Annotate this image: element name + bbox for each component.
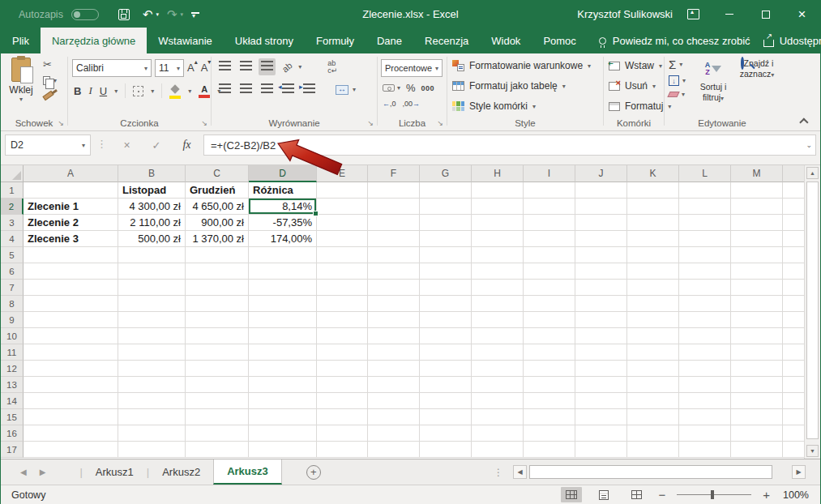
cell-G8[interactable] [420, 296, 472, 312]
zoom-level[interactable]: 100% [781, 489, 809, 501]
cell-K6[interactable] [627, 263, 679, 280]
cell-C7[interactable] [186, 280, 249, 296]
cell-M6[interactable] [731, 263, 783, 280]
cell-F11[interactable] [368, 344, 420, 361]
cell-C13[interactable] [186, 377, 249, 393]
select-all-corner[interactable] [1, 165, 24, 182]
ribbon-tab-wstawianie[interactable]: Wstawianie [147, 28, 223, 53]
vertical-scrollbar[interactable]: ▲ ▼ [804, 165, 820, 459]
number-format-combo[interactable]: Procentowe▾ [381, 59, 443, 77]
cell-B15[interactable] [118, 409, 186, 425]
cell-H15[interactable] [472, 409, 524, 425]
cell-I16[interactable] [524, 425, 575, 442]
cell-partial14[interactable] [783, 393, 806, 409]
align-middle-icon[interactable] [237, 58, 254, 75]
cell-G11[interactable] [420, 344, 472, 361]
cell-M8[interactable] [731, 296, 783, 312]
orientation-icon[interactable]: ab [280, 58, 294, 75]
cell-B11[interactable] [118, 344, 186, 361]
cell-M14[interactable] [731, 393, 783, 409]
share-button[interactable]: Udostępnij [750, 28, 821, 53]
cell-H1[interactable] [472, 182, 524, 199]
orientation-dropdown-icon[interactable]: ▾ [298, 63, 301, 70]
cell-A5[interactable] [24, 247, 118, 263]
accounting-format-icon[interactable] [383, 84, 395, 92]
column-header-I[interactable]: I [524, 165, 575, 182]
cell-B3[interactable]: 2 110,00 zł [118, 215, 186, 231]
wrap-text-icon[interactable]: abc↵ [327, 60, 337, 75]
undo-dropdown-icon[interactable]: ▾ [156, 11, 159, 18]
cell-G7[interactable] [420, 280, 472, 296]
cell-H2[interactable] [472, 199, 524, 215]
fill-dropdown-icon[interactable]: ▾ [682, 77, 686, 84]
cell-M11[interactable] [731, 344, 783, 361]
cell-C3[interactable]: 900,00 zł [186, 215, 249, 231]
row-header-7[interactable]: 7 [1, 280, 24, 296]
cell-F16[interactable] [368, 425, 420, 442]
cell-F13[interactable] [368, 377, 420, 393]
cell-H4[interactable] [472, 231, 524, 247]
cell-F6[interactable] [368, 263, 420, 280]
cell-D11[interactable] [249, 344, 317, 361]
cell-F14[interactable] [368, 393, 420, 409]
cell-K9[interactable] [627, 312, 679, 328]
autosum-dropdown-icon[interactable]: ▾ [679, 61, 682, 68]
zoom-in-icon[interactable]: + [763, 488, 770, 502]
font-dialog-launcher-icon[interactable]: ↘ [201, 119, 207, 127]
merge-center-dropdown-icon[interactable]: ▾ [353, 86, 356, 93]
column-header-E[interactable]: E [317, 165, 368, 182]
cell-L1[interactable] [679, 182, 731, 199]
cell-J9[interactable] [575, 312, 627, 328]
borders-dropdown-icon[interactable]: ▾ [151, 88, 154, 95]
cell-K4[interactable] [627, 231, 679, 247]
cell-L12[interactable] [679, 361, 731, 377]
row-header-4[interactable]: 4 [1, 231, 24, 247]
cell-C5[interactable] [186, 247, 249, 263]
cell-I11[interactable] [524, 344, 575, 361]
cell-H8[interactable] [472, 296, 524, 312]
fill-icon[interactable]: ↓ [669, 75, 679, 86]
cell-H16[interactable] [472, 425, 524, 442]
cell-I1[interactable] [524, 182, 575, 199]
cell-partial7[interactable] [783, 280, 806, 296]
row-header-3[interactable]: 3 [1, 215, 24, 231]
ribbon-tab-widok[interactable]: Widok [480, 28, 532, 53]
cell-F10[interactable] [368, 328, 420, 344]
cell-M10[interactable] [731, 328, 783, 344]
align-bottom-icon[interactable] [259, 58, 276, 75]
cell-C2[interactable]: 4 650,00 zł [186, 199, 249, 215]
cell-B1[interactable]: Listopad [118, 182, 186, 199]
row-header-12[interactable]: 12 [1, 361, 24, 377]
cell-E5[interactable] [317, 247, 368, 263]
sheet-tab-arkusz1[interactable]: Arkusz1 [83, 459, 147, 485]
cell-D12[interactable] [249, 361, 317, 377]
align-center-icon[interactable] [237, 81, 254, 98]
cell-H13[interactable] [472, 377, 524, 393]
hscroll-left-icon[interactable]: ◀ [513, 465, 527, 479]
row-header-2[interactable]: 2 [1, 199, 24, 215]
row-header-11[interactable]: 11 [1, 344, 24, 361]
cell-D14[interactable] [249, 393, 317, 409]
cell-B12[interactable] [118, 361, 186, 377]
cell-J13[interactable] [575, 377, 627, 393]
grow-font-icon[interactable]: A▴ [187, 62, 198, 74]
cell-A14[interactable] [24, 393, 118, 409]
cell-B8[interactable] [118, 296, 186, 312]
conditional-formatting-button[interactable]: Formatowanie warunkowe▾ [452, 60, 591, 71]
cell-M3[interactable] [731, 215, 783, 231]
ribbon-tab-recenzja[interactable]: Recenzja [413, 28, 480, 53]
cell-J6[interactable] [575, 263, 627, 280]
cell-K15[interactable] [627, 409, 679, 425]
cell-E16[interactable] [317, 425, 368, 442]
cell-L5[interactable] [679, 247, 731, 263]
redo-icon[interactable]: ↷ [167, 8, 177, 20]
column-header-F[interactable]: F [368, 165, 420, 182]
ribbon-tab-pomoc[interactable]: Pomoc [532, 28, 587, 53]
cell-C6[interactable] [186, 263, 249, 280]
cell-M1[interactable] [731, 182, 783, 199]
cell-E13[interactable] [317, 377, 368, 393]
cell-D3[interactable]: -57,35% [249, 215, 317, 231]
cell-E11[interactable] [317, 344, 368, 361]
decrease-indent-icon[interactable]: ◂ [280, 81, 297, 98]
cell-I14[interactable] [524, 393, 575, 409]
